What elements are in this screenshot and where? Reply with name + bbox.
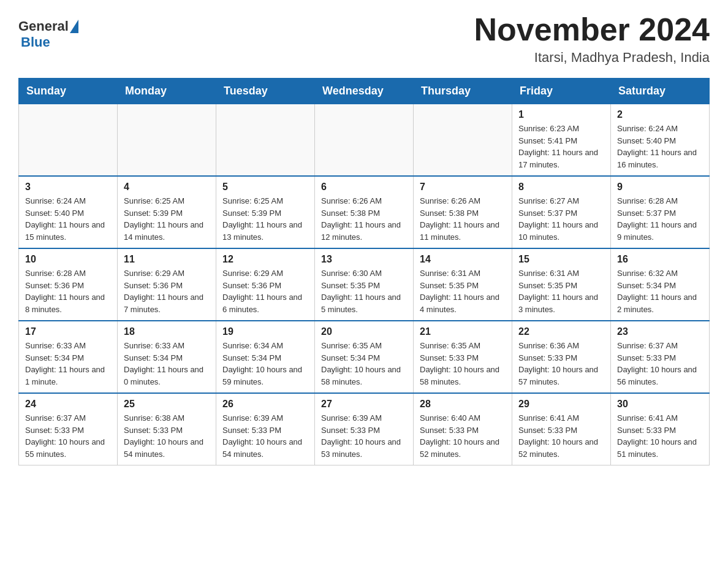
day-number: 10 — [25, 254, 111, 265]
page-header: General Blue November 2024 Itarsi, Madhy… — [18, 12, 710, 66]
day-number: 28 — [420, 399, 506, 410]
day-number: 17 — [25, 326, 111, 337]
week-row-2: 3Sunrise: 6:24 AMSunset: 5:40 PMDaylight… — [19, 176, 710, 248]
calendar-cell — [19, 104, 118, 177]
calendar-cell — [414, 104, 512, 177]
calendar-cell: 14Sunrise: 6:31 AMSunset: 5:35 PMDayligh… — [414, 248, 512, 321]
day-number: 27 — [321, 399, 407, 410]
day-info: Sunrise: 6:29 AMSunset: 5:36 PMDaylight:… — [124, 267, 210, 315]
day-info: Sunrise: 6:29 AMSunset: 5:36 PMDaylight:… — [222, 267, 308, 315]
calendar-cell: 5Sunrise: 6:25 AMSunset: 5:39 PMDaylight… — [216, 176, 315, 248]
month-title: November 2024 — [474, 12, 710, 47]
logo: General Blue — [18, 12, 80, 50]
day-info: Sunrise: 6:33 AMSunset: 5:34 PMDaylight:… — [124, 340, 210, 388]
location: Itarsi, Madhya Pradesh, India — [474, 50, 710, 66]
day-number: 13 — [321, 254, 407, 265]
day-number: 2 — [617, 109, 703, 120]
calendar-table: SundayMondayTuesdayWednesdayThursdayFrid… — [18, 78, 710, 465]
day-number: 26 — [222, 399, 308, 410]
calendar-cell: 3Sunrise: 6:24 AMSunset: 5:40 PMDaylight… — [19, 176, 118, 248]
logo-top: General — [18, 18, 80, 34]
day-number: 4 — [124, 182, 210, 193]
calendar-cell: 27Sunrise: 6:39 AMSunset: 5:33 PMDayligh… — [315, 393, 414, 465]
day-number: 3 — [25, 182, 111, 193]
day-header-monday: Monday — [118, 79, 216, 104]
day-info: Sunrise: 6:41 AMSunset: 5:33 PMDaylight:… — [518, 412, 604, 460]
day-info: Sunrise: 6:35 AMSunset: 5:34 PMDaylight:… — [321, 340, 407, 388]
day-number: 7 — [420, 182, 506, 193]
calendar-cell: 1Sunrise: 6:23 AMSunset: 5:41 PMDaylight… — [512, 104, 611, 177]
day-number: 1 — [518, 109, 604, 120]
week-row-3: 10Sunrise: 6:28 AMSunset: 5:36 PMDayligh… — [19, 248, 710, 321]
calendar-cell: 11Sunrise: 6:29 AMSunset: 5:36 PMDayligh… — [118, 248, 216, 321]
calendar-cell: 25Sunrise: 6:38 AMSunset: 5:33 PMDayligh… — [118, 393, 216, 465]
day-info: Sunrise: 6:26 AMSunset: 5:38 PMDaylight:… — [321, 195, 407, 243]
day-info: Sunrise: 6:34 AMSunset: 5:34 PMDaylight:… — [222, 340, 308, 388]
day-number: 16 — [617, 254, 703, 265]
day-info: Sunrise: 6:24 AMSunset: 5:40 PMDaylight:… — [617, 123, 703, 170]
calendar-cell: 20Sunrise: 6:35 AMSunset: 5:34 PMDayligh… — [315, 321, 414, 393]
calendar-cell: 18Sunrise: 6:33 AMSunset: 5:34 PMDayligh… — [118, 321, 216, 393]
logo-blue: Blue — [21, 34, 50, 50]
day-number: 18 — [124, 326, 210, 337]
day-number: 21 — [420, 326, 506, 337]
day-info: Sunrise: 6:23 AMSunset: 5:41 PMDaylight:… — [518, 123, 604, 170]
calendar-cell: 15Sunrise: 6:31 AMSunset: 5:35 PMDayligh… — [512, 248, 611, 321]
day-number: 6 — [321, 182, 407, 193]
calendar-cell: 24Sunrise: 6:37 AMSunset: 5:33 PMDayligh… — [19, 393, 118, 465]
day-header-saturday: Saturday — [611, 79, 710, 104]
day-info: Sunrise: 6:41 AMSunset: 5:33 PMDaylight:… — [617, 412, 703, 460]
calendar-cell — [315, 104, 414, 177]
calendar-cell: 19Sunrise: 6:34 AMSunset: 5:34 PMDayligh… — [216, 321, 315, 393]
calendar-cell: 29Sunrise: 6:41 AMSunset: 5:33 PMDayligh… — [512, 393, 611, 465]
day-header-wednesday: Wednesday — [315, 79, 414, 104]
day-info: Sunrise: 6:27 AMSunset: 5:37 PMDaylight:… — [518, 195, 604, 243]
day-number: 25 — [124, 399, 210, 410]
day-number: 20 — [321, 326, 407, 337]
day-info: Sunrise: 6:36 AMSunset: 5:33 PMDaylight:… — [518, 340, 604, 388]
title-section: November 2024 Itarsi, Madhya Pradesh, In… — [474, 12, 710, 66]
day-info: Sunrise: 6:37 AMSunset: 5:33 PMDaylight:… — [25, 412, 111, 460]
calendar-cell: 4Sunrise: 6:25 AMSunset: 5:39 PMDaylight… — [118, 176, 216, 248]
calendar-cell: 7Sunrise: 6:26 AMSunset: 5:38 PMDaylight… — [414, 176, 512, 248]
calendar-cell — [118, 104, 216, 177]
day-header-sunday: Sunday — [19, 79, 118, 104]
day-number: 19 — [222, 326, 308, 337]
day-info: Sunrise: 6:24 AMSunset: 5:40 PMDaylight:… — [25, 195, 111, 243]
day-number: 15 — [518, 254, 604, 265]
day-number: 29 — [518, 399, 604, 410]
calendar-cell: 30Sunrise: 6:41 AMSunset: 5:33 PMDayligh… — [611, 393, 710, 465]
calendar-cell: 28Sunrise: 6:40 AMSunset: 5:33 PMDayligh… — [414, 393, 512, 465]
day-info: Sunrise: 6:26 AMSunset: 5:38 PMDaylight:… — [420, 195, 506, 243]
day-number: 30 — [617, 399, 703, 410]
day-info: Sunrise: 6:31 AMSunset: 5:35 PMDaylight:… — [420, 267, 506, 315]
calendar-body: 1Sunrise: 6:23 AMSunset: 5:41 PMDaylight… — [19, 104, 710, 465]
day-info: Sunrise: 6:37 AMSunset: 5:33 PMDaylight:… — [617, 340, 703, 388]
day-header-tuesday: Tuesday — [216, 79, 315, 104]
day-info: Sunrise: 6:25 AMSunset: 5:39 PMDaylight:… — [124, 195, 210, 243]
calendar-cell: 17Sunrise: 6:33 AMSunset: 5:34 PMDayligh… — [19, 321, 118, 393]
calendar-cell: 8Sunrise: 6:27 AMSunset: 5:37 PMDaylight… — [512, 176, 611, 248]
calendar-cell: 2Sunrise: 6:24 AMSunset: 5:40 PMDaylight… — [611, 104, 710, 177]
day-number: 23 — [617, 326, 703, 337]
day-info: Sunrise: 6:33 AMSunset: 5:34 PMDaylight:… — [25, 340, 111, 388]
week-row-5: 24Sunrise: 6:37 AMSunset: 5:33 PMDayligh… — [19, 393, 710, 465]
day-number: 22 — [518, 326, 604, 337]
day-info: Sunrise: 6:32 AMSunset: 5:34 PMDaylight:… — [617, 267, 703, 315]
calendar-cell: 10Sunrise: 6:28 AMSunset: 5:36 PMDayligh… — [19, 248, 118, 321]
week-row-1: 1Sunrise: 6:23 AMSunset: 5:41 PMDaylight… — [19, 104, 710, 177]
day-info: Sunrise: 6:31 AMSunset: 5:35 PMDaylight:… — [518, 267, 604, 315]
logo-general: General — [18, 18, 69, 34]
day-number: 14 — [420, 254, 506, 265]
logo-triangle-icon — [70, 20, 78, 33]
day-info: Sunrise: 6:38 AMSunset: 5:33 PMDaylight:… — [124, 412, 210, 460]
calendar-cell: 13Sunrise: 6:30 AMSunset: 5:35 PMDayligh… — [315, 248, 414, 321]
day-info: Sunrise: 6:35 AMSunset: 5:33 PMDaylight:… — [420, 340, 506, 388]
day-number: 5 — [222, 182, 308, 193]
day-info: Sunrise: 6:28 AMSunset: 5:36 PMDaylight:… — [25, 267, 111, 315]
day-info: Sunrise: 6:30 AMSunset: 5:35 PMDaylight:… — [321, 267, 407, 315]
calendar-cell: 21Sunrise: 6:35 AMSunset: 5:33 PMDayligh… — [414, 321, 512, 393]
calendar-cell: 9Sunrise: 6:28 AMSunset: 5:37 PMDaylight… — [611, 176, 710, 248]
calendar-header: SundayMondayTuesdayWednesdayThursdayFrid… — [19, 79, 710, 104]
day-number: 11 — [124, 254, 210, 265]
